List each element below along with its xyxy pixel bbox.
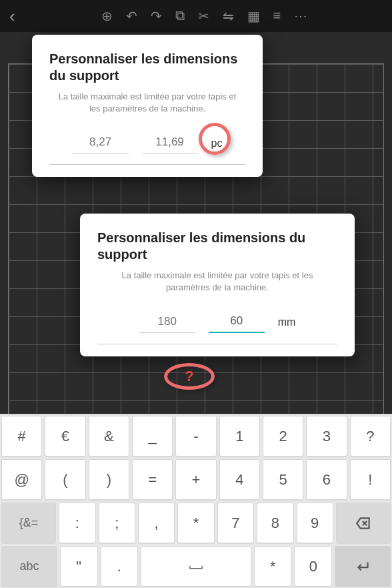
- back-button[interactable]: ‹: [4, 6, 21, 27]
- flip-icon[interactable]: ⇋: [223, 8, 234, 24]
- top-toolbar: ‹ ⊕ ↶ ↷ ⧉ ✂ ⇋ ▦ ≡ ⋯: [0, 0, 392, 32]
- key-7[interactable]: 7: [217, 503, 254, 543]
- keyboard-row-2: @ ( ) = + 4 5 6 !: [0, 458, 392, 501]
- custom-dimensions-dialog-mm: Personnaliser les dimensions du support …: [80, 214, 355, 356]
- redo-icon[interactable]: ↷: [151, 8, 162, 24]
- space-icon: [187, 558, 205, 575]
- key-exclaim[interactable]: !: [350, 459, 391, 500]
- enter-icon: [354, 558, 371, 575]
- key-question[interactable]: ?: [350, 416, 391, 457]
- dialog-divider: [97, 344, 337, 344]
- key-asterisk[interactable]: *: [177, 503, 214, 543]
- align-icon[interactable]: ≡: [273, 8, 281, 24]
- key-at[interactable]: @: [1, 459, 42, 500]
- dimension-row: mm: [97, 312, 337, 333]
- dialog-title: Personnaliser les dimensions du support: [97, 230, 337, 263]
- key-asterisk2[interactable]: *: [254, 546, 292, 587]
- key-9[interactable]: 9: [297, 503, 333, 543]
- key-minus[interactable]: -: [175, 416, 216, 457]
- crop-icon[interactable]: ✂: [198, 8, 209, 24]
- key-space[interactable]: [141, 546, 251, 587]
- keyboard-row-1: # € & _ - 1 2 3 ?: [0, 414, 392, 458]
- key-comma[interactable]: ,: [138, 503, 175, 543]
- key-euro[interactable]: €: [45, 416, 85, 457]
- backspace-icon: [355, 515, 372, 532]
- undo-icon[interactable]: ↶: [126, 8, 137, 24]
- key-backspace[interactable]: [336, 503, 391, 543]
- soft-keyboard: # € & _ - 1 2 3 ? @ ( ) = + 4 5 6 ! {&= …: [0, 414, 392, 588]
- add-icon[interactable]: ⊕: [101, 8, 113, 24]
- app-screen: ‹ ⊕ ↶ ↷ ⧉ ✂ ⇋ ▦ ≡ ⋯ Personnaliser les di…: [0, 0, 392, 588]
- key-semicolon[interactable]: ;: [99, 503, 135, 543]
- dialog-title: Personnaliser les dimensions du support: [49, 51, 245, 84]
- more-icon[interactable]: ⋯: [294, 8, 307, 24]
- key-symbols-page[interactable]: {&=: [1, 503, 56, 543]
- key-0[interactable]: 0: [294, 546, 332, 587]
- toolbar-icons: ⊕ ↶ ↷ ⧉ ✂ ⇋ ▦ ≡ ⋯: [21, 8, 388, 24]
- key-dquote[interactable]: ": [60, 546, 98, 587]
- key-colon[interactable]: :: [59, 503, 95, 543]
- dimension-row: pc: [49, 133, 245, 154]
- key-6[interactable]: 6: [306, 459, 347, 500]
- key-5[interactable]: 5: [263, 459, 303, 500]
- key-2[interactable]: 2: [263, 416, 303, 457]
- keyboard-row-4: abc " . * 0: [0, 545, 392, 588]
- key-abc[interactable]: abc: [1, 546, 57, 587]
- key-period[interactable]: .: [101, 546, 139, 587]
- layers-icon[interactable]: ▦: [247, 8, 260, 24]
- width-input[interactable]: [73, 133, 129, 154]
- height-input[interactable]: [209, 312, 265, 333]
- key-rparen[interactable]: ): [89, 459, 129, 500]
- key-8[interactable]: 8: [257, 503, 293, 543]
- unit-label: mm: [278, 316, 296, 328]
- height-input[interactable]: [142, 133, 198, 154]
- key-equals[interactable]: =: [132, 459, 173, 500]
- key-1[interactable]: 1: [219, 416, 260, 457]
- key-enter[interactable]: [335, 546, 391, 587]
- width-input[interactable]: [139, 312, 195, 333]
- key-lparen[interactable]: (: [45, 459, 85, 500]
- dialog-subtitle: La taille maximale est limitée par votre…: [53, 91, 241, 114]
- key-amp[interactable]: &: [89, 416, 129, 457]
- key-plus[interactable]: +: [175, 459, 216, 500]
- key-underscore[interactable]: _: [132, 416, 173, 457]
- dialog-divider: [49, 164, 245, 165]
- key-hash[interactable]: #: [1, 416, 42, 457]
- custom-dimensions-dialog-inches: Personnaliser les dimensions du support …: [32, 35, 263, 177]
- keyboard-row-3: {&= : ; , * 7 8 9: [0, 501, 392, 545]
- key-4[interactable]: 4: [219, 459, 260, 500]
- key-3[interactable]: 3: [306, 416, 347, 457]
- dialog-subtitle: La taille maximale est limitée par votre…: [101, 270, 333, 293]
- unit-toggle[interactable]: pc: [211, 137, 223, 150]
- copy-icon[interactable]: ⧉: [175, 8, 185, 24]
